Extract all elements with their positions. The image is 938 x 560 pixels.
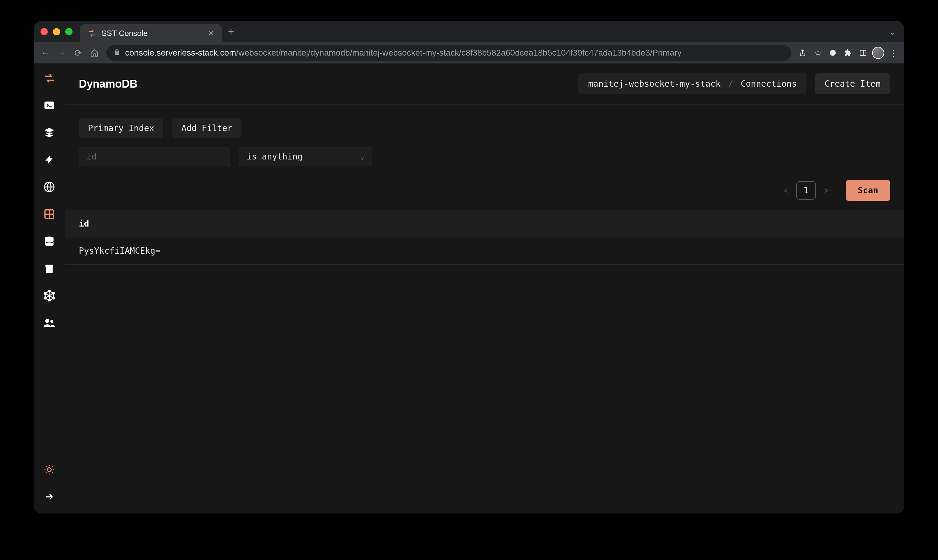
minimize-window-button[interactable] [53, 28, 60, 35]
svg-point-15 [45, 319, 49, 323]
theme-toggle-icon[interactable] [43, 463, 55, 476]
breadcrumb-stack: manitej-websocket-my-stack [588, 79, 721, 89]
breadcrumb-table: Connections [741, 79, 796, 89]
page-number: 1 [796, 181, 816, 200]
cognito-icon[interactable] [43, 317, 55, 329]
rds-icon[interactable] [43, 235, 55, 248]
svg-point-12 [52, 292, 54, 294]
graphql-icon[interactable] [43, 289, 55, 302]
sst-logo-icon[interactable] [43, 72, 55, 85]
svg-point-11 [44, 292, 46, 294]
api-icon[interactable] [43, 181, 55, 193]
url-bar[interactable]: console.serverless-stack.com/websocket/m… [106, 45, 791, 61]
back-button[interactable]: ← [39, 46, 52, 60]
collapse-sidebar-icon[interactable] [43, 491, 55, 503]
browser-tab[interactable]: SST Console ✕ [80, 24, 222, 42]
reload-button[interactable]: ⟳ [71, 46, 85, 60]
page-next-button[interactable]: > [822, 185, 831, 195]
address-bar: ← → ⟳ console.serverless-stack.com/webso… [34, 42, 904, 63]
add-filter-button[interactable]: Add Filter [172, 118, 242, 138]
filter-condition-value: is anything [246, 152, 302, 162]
extension-circle-icon[interactable] [827, 47, 839, 59]
page-header: DynamoDB manitej-websocket-my-stack / Co… [65, 63, 904, 105]
svg-point-9 [48, 290, 50, 292]
buckets-icon[interactable] [43, 262, 55, 275]
chevron-down-icon: ⌄ [360, 153, 364, 160]
sst-favicon-icon [87, 28, 97, 38]
cell-id: PysYkcfiIAMCEkg= [79, 246, 160, 256]
svg-point-14 [52, 297, 54, 299]
tab-title: SST Console [102, 29, 203, 38]
browser-menu-icon[interactable]: ⋮ [887, 47, 899, 59]
forward-button[interactable]: → [55, 46, 68, 60]
stacks-icon[interactable] [43, 126, 55, 139]
filter-condition-select[interactable]: is anything ⌄ [239, 147, 372, 166]
url-text: console.serverless-stack.com/websocket/m… [125, 48, 681, 58]
tab-bar: SST Console ✕ + ⌄ [34, 21, 904, 42]
home-button[interactable] [88, 46, 101, 60]
main-content: DynamoDB manitej-websocket-my-stack / Co… [65, 63, 904, 514]
svg-point-16 [50, 320, 53, 323]
terminal-icon[interactable] [43, 99, 55, 112]
svg-point-10 [48, 300, 50, 302]
filter-inputs-row: is anything ⌄ [79, 147, 890, 166]
lock-icon [114, 49, 120, 57]
filter-key-input[interactable] [79, 147, 230, 166]
close-tab-icon[interactable]: ✕ [208, 28, 214, 38]
table-row[interactable]: PysYkcfiIAMCEkg= [65, 237, 904, 265]
table-header-row: id [65, 210, 904, 237]
browser-window: SST Console ✕ + ⌄ ← → ⟳ console.serverle… [34, 21, 904, 514]
page-title: DynamoDB [79, 78, 578, 90]
scan-button[interactable]: Scan [846, 180, 890, 201]
close-window-button[interactable] [40, 28, 48, 35]
svg-point-17 [48, 468, 51, 472]
profile-avatar[interactable] [872, 47, 884, 59]
svg-point-13 [44, 297, 46, 299]
functions-icon[interactable] [43, 154, 55, 166]
extensions-icon[interactable] [842, 47, 854, 59]
filter-buttons-row: Primary Index Add Filter [79, 118, 890, 138]
svg-rect-1 [860, 50, 866, 55]
sidebar [34, 63, 65, 514]
filter-section: Primary Index Add Filter is anything ⌄ [65, 105, 904, 180]
window-controls [40, 28, 72, 35]
share-icon[interactable] [796, 47, 809, 59]
column-header-id: id [79, 219, 89, 229]
bookmark-icon[interactable]: ☆ [812, 47, 824, 59]
page-prev-button[interactable]: < [781, 185, 790, 195]
new-tab-button[interactable]: + [228, 25, 234, 38]
svg-rect-3 [45, 102, 54, 109]
table-breadcrumb[interactable]: manitej-websocket-my-stack / Connections [578, 74, 806, 94]
breadcrumb-separator: / [728, 79, 733, 89]
svg-point-0 [830, 50, 836, 56]
action-row: < 1 > Scan [65, 180, 904, 210]
maximize-window-button[interactable] [65, 28, 72, 35]
dynamodb-icon[interactable] [43, 208, 55, 220]
primary-index-button[interactable]: Primary Index [79, 118, 163, 138]
app-root: DynamoDB manitej-websocket-my-stack / Co… [34, 63, 904, 514]
create-item-button[interactable]: Create Item [815, 74, 890, 94]
sidepanel-icon[interactable] [857, 47, 869, 59]
tabs-dropdown-icon[interactable]: ⌄ [889, 27, 896, 37]
